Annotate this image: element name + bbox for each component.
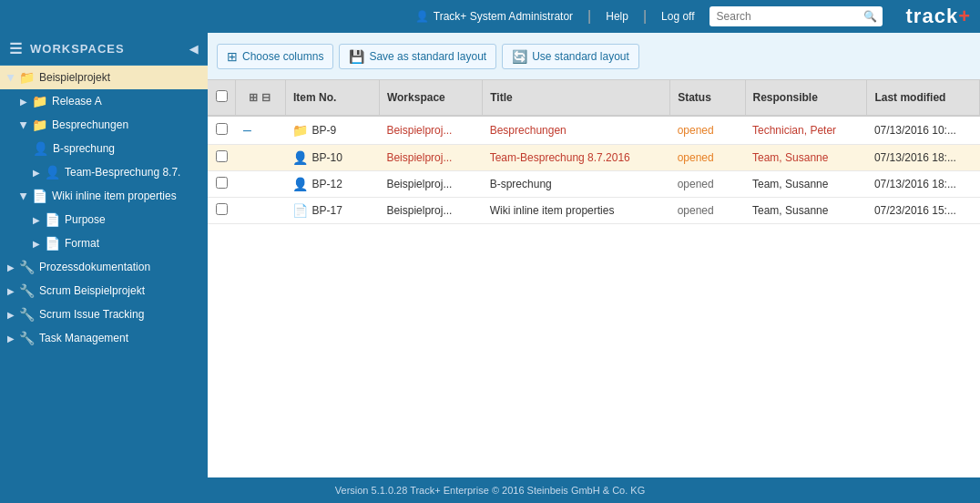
expand-icon[interactable]: ▶ [7, 334, 15, 344]
sidebar-item-label: Besprechungen [52, 118, 128, 131]
collapse-cell: – [236, 116, 286, 145]
sidebar-item-wiki-inline[interactable]: ▶ 📄 Wiki inline item properties [0, 184, 208, 208]
item-no-cell: 📄 BP-17 [285, 198, 379, 224]
sidebar-item-beispielprojekt[interactable]: ▶ 📁 Beispielprojekt [0, 66, 208, 89]
item-type-icon: 👤 [292, 150, 308, 165]
use-standard-button[interactable]: 🔄 Use standard layout [502, 44, 639, 69]
search-wrapper: 🔍 [709, 6, 883, 26]
use-standard-label: Use standard layout [532, 50, 629, 63]
sidebar-collapse-icon[interactable]: ◀ [189, 43, 199, 56]
row-checkbox[interactable] [216, 150, 228, 162]
item-type-icon: 📄 [292, 203, 308, 218]
sidebar: ☰ WORKSPACES ◀ ▶ 📁 Beispielprojekt ▶ 📁 R… [0, 33, 208, 503]
separator-2: | [643, 8, 647, 25]
select-all-checkbox[interactable] [216, 90, 228, 102]
issues-table: ⊞ ⊟ Item No. Workspace Title Status Resp… [208, 80, 980, 224]
expand-icon[interactable]: ▶ [33, 215, 40, 225]
th-title: Title [483, 80, 670, 116]
sidebar-item-label: Purpose [65, 213, 106, 226]
row-checkbox[interactable] [216, 123, 228, 135]
sidebar-item-purpose[interactable]: ▶ 📄 Purpose [0, 208, 208, 231]
use-standard-icon: 🔄 [512, 49, 527, 64]
hamburger-icon[interactable]: ☰ [9, 40, 23, 57]
sidebar-item-label: B-sprechung [53, 142, 115, 155]
save-standard-button[interactable]: 💾 Save as standard layout [339, 44, 496, 69]
expand-icon[interactable]: ▶ [20, 97, 27, 107]
search-area: 🔍 [709, 6, 883, 26]
help-link[interactable]: Help [606, 10, 628, 23]
columns-icon: ⊞ [227, 49, 238, 64]
checkbox-cell [208, 116, 236, 145]
expand-all-icon[interactable]: ⊞ [249, 91, 258, 104]
collapse-cell [236, 171, 286, 198]
choose-columns-button[interactable]: ⊞ Choose columns [217, 44, 333, 69]
expand-icon[interactable]: ▶ [33, 168, 40, 178]
sidebar-item-label: Beispielprojekt [39, 71, 110, 84]
status-cell: opened [670, 171, 745, 198]
item-no-link[interactable]: BP-9 [311, 124, 336, 137]
item-no-cell: 👤 BP-12 [285, 171, 379, 198]
expand-icon[interactable]: ▶ [19, 121, 29, 128]
item-no-link[interactable]: BP-12 [311, 178, 342, 190]
expand-icon[interactable]: ▶ [33, 239, 40, 249]
title-cell[interactable]: Besprechungen [483, 116, 670, 145]
toolbar: ⊞ Choose columns 💾 Save as standard layo… [208, 33, 980, 80]
sidebar-item-label: Release A [52, 95, 102, 108]
logoff-link[interactable]: Log off [661, 10, 694, 23]
last-modified-cell: 07/13/2016 18:... [867, 171, 980, 198]
item-no-link[interactable]: BP-10 [311, 151, 342, 164]
responsible-cell: Team, Susanne [745, 171, 867, 198]
sidebar-item-b-sprechung[interactable]: 👤 B-sprechung [0, 137, 208, 160]
logo: track+ [906, 5, 971, 28]
workspace-cell[interactable]: Beispielproj... [379, 116, 482, 145]
item-no-link[interactable]: BP-17 [311, 204, 342, 217]
table-row: – 📁 BP-9 Beispielproj... Besprechungen o… [208, 116, 980, 145]
item-no-cell: 📁 BP-9 [285, 116, 379, 145]
folder-icon: 📁 [32, 118, 47, 132]
gear-icon: 🔧 [19, 260, 35, 274]
sidebar-item-team-besprechung[interactable]: ▶ 👤 Team-Besprechung 8.7. [0, 160, 208, 184]
table-row: 📄 BP-17 Beispielproj... Wiki inline item… [208, 198, 980, 224]
table-header-row: ⊞ ⊟ Item No. Workspace Title Status Resp… [208, 80, 980, 116]
th-checkbox [208, 80, 236, 116]
expand-icon[interactable]: ▶ [6, 74, 16, 81]
app-body: ☰ WORKSPACES ◀ ▶ 📁 Beispielprojekt ▶ 📁 R… [0, 33, 980, 503]
th-workspace: Workspace [379, 80, 482, 116]
row-checkbox[interactable] [216, 203, 228, 215]
expand-icon[interactable]: ▶ [7, 286, 15, 296]
workspace-cell[interactable]: Beispielproj... [379, 145, 482, 171]
collapse-icon[interactable]: – [243, 122, 251, 138]
row-checkbox[interactable] [216, 177, 228, 189]
item-type-icon: 👤 [292, 177, 308, 191]
topbar: 👤 Track+ System Administrator | Help | L… [0, 0, 980, 33]
title-cell[interactable]: Team-Besprechung 8.7.2016 [483, 145, 670, 171]
status-cell: opened [670, 198, 745, 224]
expand-icon[interactable]: ▶ [19, 192, 29, 200]
search-icon[interactable]: 🔍 [863, 10, 877, 23]
save-icon: 💾 [349, 49, 364, 64]
user-icon: 👤 [33, 141, 48, 156]
expand-icon[interactable]: ▶ [7, 262, 15, 272]
responsible-cell[interactable]: Technician, Peter [745, 116, 867, 145]
sidebar-item-scrum-beispiel[interactable]: ▶ 🔧 Scrum Beispielprojekt [0, 279, 208, 303]
search-input[interactable] [709, 6, 883, 26]
doc-icon: 📄 [45, 236, 60, 251]
save-standard-label: Save as standard layout [369, 50, 486, 63]
sidebar-item-scrum-issue[interactable]: ▶ 🔧 Scrum Issue Tracking [0, 303, 208, 326]
doc-icon: 📄 [45, 212, 60, 227]
expand-icon[interactable]: ▶ [7, 310, 15, 320]
sidebar-item-prozessdokumentation[interactable]: ▶ 🔧 Prozessdokumentation [0, 255, 208, 279]
responsible-cell[interactable]: Team, Susanne [745, 145, 867, 171]
topbar-user: 👤 Track+ System Administrator [415, 10, 573, 23]
collapse-all-icon[interactable]: ⊟ [261, 91, 271, 104]
sidebar-item-label: Team-Besprechung 8.7. [65, 166, 180, 179]
sidebar-item-release-a[interactable]: ▶ 📁 Release A [0, 89, 208, 113]
sidebar-item-task-management[interactable]: ▶ 🔧 Task Management [0, 326, 208, 350]
responsible-cell: Team, Susanne [745, 198, 867, 224]
sidebar-item-format[interactable]: ▶ 📄 Format [0, 231, 208, 255]
username-label: Track+ System Administrator [434, 10, 573, 23]
sidebar-item-label: Scrum Issue Tracking [39, 308, 144, 321]
sidebar-item-besprechungen[interactable]: ▶ 📁 Besprechungen [0, 113, 208, 137]
workspace-cell: Beispielproj... [379, 198, 482, 224]
checkbox-cell [208, 145, 236, 171]
